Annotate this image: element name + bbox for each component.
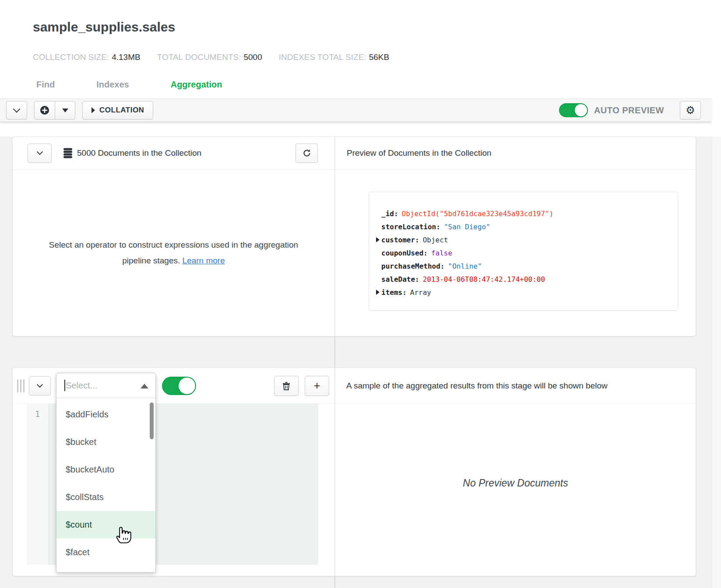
collection-input-header: 5000 Documents in the Collection: [13, 137, 334, 170]
refresh-button[interactable]: [295, 144, 318, 163]
stat-label: COLLECTION SIZE:: [33, 52, 109, 62]
popup-scrollbar-thumb[interactable]: [150, 402, 154, 439]
settings-button[interactable]: ⚙: [680, 101, 701, 119]
collation-label: COLLATION: [99, 106, 144, 115]
field-key: items: [381, 288, 407, 297]
operator-option-facet[interactable]: $facet: [56, 539, 155, 566]
database-icon: [63, 148, 73, 158]
chevron-down-icon: [36, 149, 42, 155]
operator-help-text: Select an operator to construct expressi…: [49, 240, 298, 265]
collapse-stage-button[interactable]: [29, 376, 51, 396]
stat-value: 4.13MB: [112, 52, 140, 62]
field-key: couponUsed: [381, 249, 428, 257]
document-preview-card: _id ObjectId("5bd761dcae323e45a93cd197")…: [369, 192, 678, 311]
field-key: storeLocation: [381, 223, 440, 231]
operator-search-input[interactable]: Select...: [56, 373, 155, 398]
stat-indexes-total-size: INDEXES TOTAL SIZE:56KB: [279, 52, 389, 62]
collection-input-stage: 5000 Documents in the Collection Select …: [12, 136, 696, 336]
gear-icon: ⚙: [686, 104, 695, 116]
stat-collection-size: COLLECTION SIZE:4.13MB: [33, 52, 141, 62]
stat-label: INDEXES TOTAL SIZE:: [279, 52, 366, 62]
operator-option-collstats[interactable]: $collStats: [56, 483, 155, 511]
refresh-icon: [302, 149, 311, 158]
document-field-row: purchaseMethod "Online": [374, 259, 669, 273]
stage-preview-header: A sample of the aggregated results from …: [335, 368, 696, 404]
caret-down-icon: [62, 108, 68, 112]
tab-aggregation[interactable]: Aggregation: [171, 80, 222, 98]
pipeline-toolbar: COLLATION AUTO PREVIEW ⚙: [0, 98, 711, 122]
add-stage-caret-button[interactable]: [55, 101, 75, 119]
hand-cursor-icon: [115, 524, 133, 544]
toolbar-right-group: AUTO PREVIEW ⚙: [559, 101, 711, 119]
caret-up-icon[interactable]: [141, 384, 148, 388]
field-value: "Online": [448, 262, 482, 270]
field-value: "San Diego": [444, 223, 490, 231]
field-value: Array: [410, 288, 431, 297]
tab-find[interactable]: Find: [36, 80, 55, 98]
add-stage-split-button: [34, 101, 75, 119]
no-preview-label: No Preview Documents: [463, 477, 568, 576]
document-field-row: saleDate 2013-04-06T08:47:42.174+00:00: [374, 273, 669, 286]
field-value: false: [431, 249, 452, 257]
line-number: 1: [35, 409, 40, 419]
field-key: purchaseMethod: [381, 262, 445, 270]
expand-caret-icon[interactable]: [374, 290, 381, 295]
field-value: Object: [423, 236, 448, 244]
learn-more-link[interactable]: Learn more: [183, 256, 225, 265]
toggle-knob: [179, 378, 195, 394]
collection-stats: COLLECTION SIZE:4.13MB TOTAL DOCUMENTS:5…: [33, 52, 721, 62]
select-placeholder: Select...: [66, 381, 97, 391]
operator-help-message: Select an operator to construct expressi…: [13, 170, 334, 336]
collection-tabs: Find Indexes Aggregation: [0, 80, 721, 98]
trash-icon: [282, 382, 290, 390]
operator-select-popup: Select... $addFields $bucket $bucketAuto…: [56, 373, 156, 573]
chevron-down-icon: [13, 105, 21, 113]
auto-preview-toggle[interactable]: [559, 103, 588, 117]
collation-button[interactable]: COLLATION: [82, 101, 153, 119]
document-field-row: storeLocation "San Diego": [374, 220, 669, 233]
operator-list: $addFields $bucket $bucketAuto $collStat…: [56, 398, 155, 572]
document-field-row: couponUsed false: [374, 246, 669, 259]
operator-option-bucket[interactable]: $bucket: [56, 428, 155, 456]
aggregation-builder-page: sample_supplies.sales COLLECTION SIZE:4.…: [0, 0, 721, 588]
collection-preview-pane: Preview of Documents in the Collection _…: [335, 137, 696, 336]
text-cursor: [64, 380, 65, 391]
pipeline-menu-button[interactable]: [6, 101, 27, 119]
document-field-row: _id ObjectId("5bd761dcae323e45a93cd197"): [374, 207, 669, 220]
right-gutter: [711, 136, 721, 588]
operator-option-addfields[interactable]: $addFields: [56, 401, 155, 428]
expand-caret-icon[interactable]: [374, 237, 381, 242]
plus-circle-icon: [40, 105, 49, 115]
tab-indexes[interactable]: Indexes: [96, 80, 129, 98]
add-stage-after-button[interactable]: +: [305, 376, 329, 396]
stat-label: TOTAL DOCUMENTS:: [157, 52, 241, 62]
plus-icon: +: [313, 379, 320, 392]
document-field-row: customer Object: [374, 233, 669, 246]
add-stage-button[interactable]: [34, 101, 55, 119]
operator-option-count[interactable]: $count: [56, 511, 155, 539]
document-field-row: items Array: [374, 286, 669, 299]
collection-preview-header: Preview of Documents in the Collection: [335, 137, 696, 170]
collapse-stage-button[interactable]: [28, 144, 52, 163]
field-key: saleDate: [381, 275, 419, 284]
drag-handle-icon[interactable]: [17, 379, 25, 392]
stage-enabled-toggle[interactable]: [162, 377, 196, 395]
toggle-knob: [575, 104, 587, 116]
collection-input-title: 5000 Documents in the Collection: [77, 148, 201, 158]
stage-preview-pane: A sample of the aggregated results from …: [335, 368, 696, 576]
editor-gutter: 1: [27, 404, 49, 565]
collection-input-editor-pane: 5000 Documents in the Collection Select …: [13, 137, 335, 336]
field-key: customer: [381, 236, 419, 244]
empty-preview-area: No Preview Documents: [335, 404, 696, 576]
operator-option-bucketauto[interactable]: $bucketAuto: [56, 456, 155, 483]
field-key: _id: [381, 210, 398, 218]
field-value: 2013-04-06T08:47:42.174+00:00: [423, 275, 545, 284]
stat-value: 5000: [243, 52, 262, 62]
stat-total-documents: TOTAL DOCUMENTS:5000: [157, 52, 262, 62]
caret-right-icon: [91, 107, 95, 113]
stat-value: 56KB: [369, 52, 389, 62]
page-title: sample_supplies.sales: [33, 19, 721, 35]
stage-preview-message: A sample of the aggregated results from …: [346, 381, 608, 391]
delete-stage-button[interactable]: [274, 376, 299, 396]
auto-preview-label: AUTO PREVIEW: [594, 105, 664, 116]
